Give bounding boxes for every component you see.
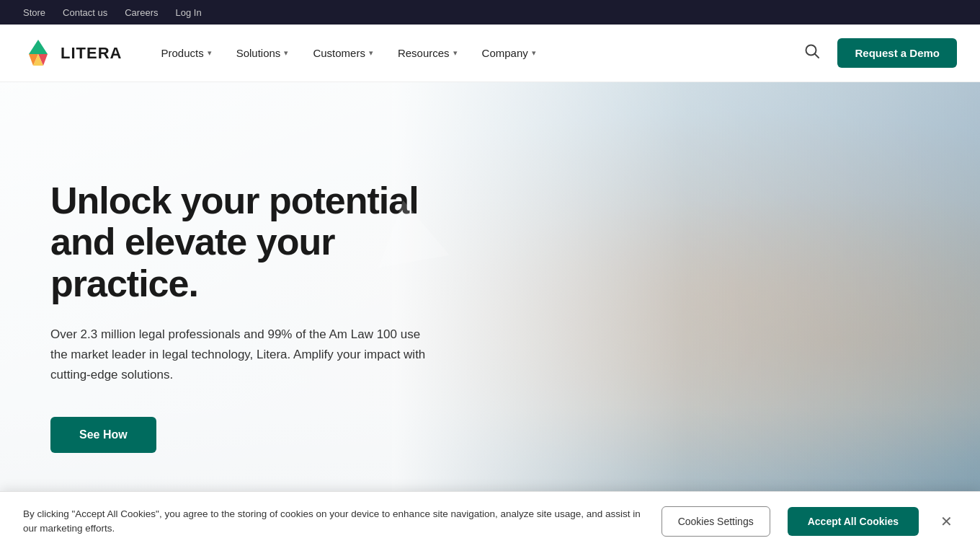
cookie-text: By clicking "Accept All Cookies", you ag…	[23, 507, 644, 537]
customers-chevron-icon: ▾	[369, 48, 373, 58]
logo-svg	[23, 38, 53, 69]
see-how-button[interactable]: See How	[50, 417, 156, 453]
top-bar-careers[interactable]: Careers	[125, 7, 158, 18]
nav-products[interactable]: Products ▾	[151, 41, 221, 65]
nav-resources-label: Resources	[398, 47, 450, 59]
nav-resources[interactable]: Resources ▾	[388, 41, 468, 65]
cookie-banner: By clicking "Accept All Cookies", you ag…	[0, 491, 980, 551]
search-icon	[804, 43, 820, 59]
hero-section: Unlock your potential and elevate your p…	[0, 82, 980, 551]
nav-company-label: Company	[482, 47, 528, 59]
hero-triangle-decoration	[368, 193, 449, 267]
nav-solutions[interactable]: Solutions ▾	[226, 41, 299, 65]
nav-solutions-label: Solutions	[236, 47, 281, 59]
cookies-settings-button[interactable]: Cookies Settings	[662, 506, 770, 537]
main-nav: LITERA Products ▾ Solutions ▾ Customers …	[0, 25, 980, 82]
request-demo-button[interactable]: Request a Demo	[837, 38, 957, 68]
products-chevron-icon: ▾	[208, 48, 212, 58]
hero-content: Unlock your potential and elevate your p…	[0, 82, 490, 551]
nav-products-label: Products	[161, 47, 203, 59]
logo-link[interactable]: LITERA	[23, 38, 122, 69]
top-bar: Store Contact us Careers Log In	[0, 0, 980, 25]
accept-all-cookies-button[interactable]: Accept All Cookies	[788, 507, 919, 536]
resources-chevron-icon: ▾	[453, 48, 458, 58]
company-chevron-icon: ▾	[532, 48, 536, 58]
hero-title-line2: and elevate your practice.	[50, 221, 334, 304]
nav-company[interactable]: Company ▾	[472, 41, 546, 65]
top-bar-login[interactable]: Log In	[175, 7, 201, 18]
cookie-close-button[interactable]: ✕	[936, 510, 957, 533]
top-bar-store[interactable]: Store	[23, 7, 45, 18]
search-button[interactable]	[798, 38, 826, 69]
nav-customers-label: Customers	[313, 47, 365, 59]
nav-links: Products ▾ Solutions ▾ Customers ▾ Resou…	[151, 41, 798, 65]
close-icon: ✕	[940, 513, 953, 529]
hero-title-line1: Unlock your potential	[50, 180, 419, 221]
hero-subtitle: Over 2.3 million legal professionals and…	[50, 325, 440, 385]
svg-line-5	[815, 54, 819, 58]
logo-text: LITERA	[61, 44, 122, 63]
nav-right: Request a Demo	[798, 38, 957, 69]
nav-customers[interactable]: Customers ▾	[303, 41, 383, 65]
solutions-chevron-icon: ▾	[284, 48, 288, 58]
top-bar-contact[interactable]: Contact us	[63, 7, 107, 18]
svg-marker-0	[29, 40, 48, 54]
logo-mark-icon	[23, 38, 53, 69]
